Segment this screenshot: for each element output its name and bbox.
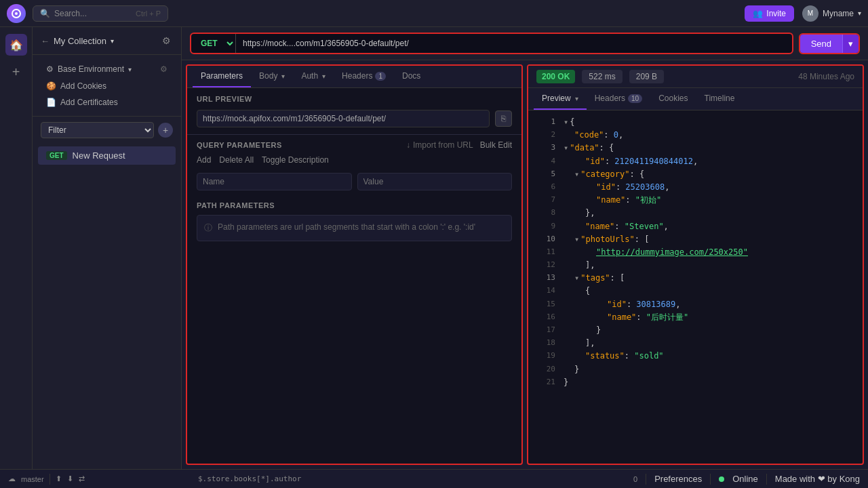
bottom-bar: ☁ master ⬆ ⬇ ⇄ 0 Preferences Online Made…: [0, 469, 868, 488]
preview-arrow-icon: ▾: [575, 95, 578, 102]
topbar-right: 👥 Invite M Myname ▾: [745, 5, 861, 22]
url-preview-row: https://mock.apifox.com/m1/3656905-0-def…: [187, 107, 521, 135]
json-line-8: 8 },: [528, 207, 863, 220]
filter-add-button[interactable]: +: [158, 123, 173, 138]
add-cookies-item[interactable]: 🍪 Add Cookies: [41, 78, 173, 94]
add-certificates-label: Add Certificates: [60, 98, 118, 107]
toggle-icon[interactable]: ▾: [564, 142, 568, 155]
env-icon: ⚙: [46, 64, 54, 74]
filter-bar: Filter +: [33, 116, 181, 144]
delete-all-link[interactable]: Delete All: [219, 155, 254, 165]
sidebar-actions: ⚙: [159, 34, 173, 47]
sidebar-header: ← My Collection ▾ ⚙: [33, 27, 181, 55]
back-icon[interactable]: ←: [41, 36, 50, 46]
upload-icon[interactable]: ⬆: [56, 474, 62, 483]
json-line-18: 18 ],: [528, 337, 863, 350]
send-button[interactable]: Send: [800, 35, 842, 53]
tab-response-headers[interactable]: Headers 10: [587, 88, 650, 110]
base-environment-item[interactable]: ⚙ Base Environment ▾ ⚙: [41, 60, 173, 78]
json-line-10: 10 ▾"photoUrls": [: [528, 233, 863, 246]
add-icon[interactable]: +: [5, 61, 27, 83]
path-params-description: Path parameters are url path segments th…: [218, 222, 475, 232]
settings-icon[interactable]: ⚙: [159, 34, 173, 47]
json-line-21: 21 }: [528, 376, 863, 389]
env-settings-icon[interactable]: ⚙: [160, 64, 167, 74]
username: Myname: [823, 9, 854, 18]
count-badge: 0: [633, 475, 637, 483]
toggle-icon[interactable]: ▾: [574, 235, 579, 244]
cookie-icon: 🍪: [46, 81, 56, 91]
response-tabs-bar: Preview ▾ Headers 10 Cookies Timeline: [528, 88, 863, 110]
topbar: 🔍 Search... Ctrl + P 👥 Invite M Myname ▾: [0, 0, 868, 27]
query-params-header: QUERY PARAMETERS ↓ Import from URL Bulk …: [187, 135, 521, 155]
response-headers-count: 10: [628, 94, 642, 103]
home-icon[interactable]: 🏠: [5, 34, 27, 56]
send-dropdown-button[interactable]: ▾: [842, 35, 859, 53]
search-bar[interactable]: 🔍 Search... Ctrl + P: [33, 5, 168, 22]
bulk-edit-link[interactable]: Bulk Edit: [480, 140, 512, 150]
invite-button[interactable]: 👥 Invite: [745, 5, 794, 22]
param-inputs-row: [187, 170, 521, 193]
url-input[interactable]: [236, 35, 792, 52]
toggle-description-link[interactable]: Toggle Description: [262, 155, 329, 165]
send-btn-container: Send ▾: [799, 33, 860, 54]
response-status-bar: 200 OK 522 ms 209 B 48 Minutes Ago: [528, 66, 863, 88]
content-area: GET Send ▾ Parameters Body ▾: [182, 27, 868, 469]
json-line-9: 9 "name": "Steven",: [528, 220, 863, 233]
request-name: New Request: [73, 150, 125, 161]
copy-url-button[interactable]: ⎘: [495, 110, 512, 127]
search-shortcut: Ctrl + P: [136, 9, 161, 18]
invite-icon: 👥: [753, 9, 763, 18]
add-cookies-label: Add Cookies: [60, 81, 106, 91]
query-params-label: QUERY PARAMETERS: [197, 141, 282, 149]
time-ago-label: 48 Minutes Ago: [798, 72, 854, 81]
list-item[interactable]: GET New Request: [38, 146, 176, 165]
json-line-3: 3 ▾ "data": {: [528, 142, 863, 155]
json-line-2: 2 "code": 0,: [528, 129, 863, 142]
response-size-badge: 209 B: [629, 70, 664, 83]
request-tabs-bar: Parameters Body ▾ Auth ▾: [187, 66, 521, 88]
add-param-link[interactable]: Add: [197, 155, 211, 165]
tab-auth[interactable]: Auth ▾: [293, 66, 334, 87]
add-certificates-item[interactable]: 📄 Add Certificates: [41, 94, 173, 110]
tab-body[interactable]: Body ▾: [251, 66, 293, 87]
headers-count-badge: 1: [375, 72, 386, 81]
method-select[interactable]: GET: [191, 34, 236, 53]
param-value-input[interactable]: [357, 173, 513, 190]
json-line-1: 1 ▾ {: [528, 116, 863, 129]
jsonpath-input[interactable]: [198, 474, 628, 483]
svg-point-1: [15, 12, 18, 15]
tab-timeline[interactable]: Timeline: [696, 88, 743, 110]
toggle-icon[interactable]: ▾: [564, 116, 568, 129]
search-placeholder: Search...: [54, 9, 87, 18]
bottom-end: 0 Preferences Online Made with ❤ by Kong: [633, 474, 860, 485]
json-line-20: 20 }: [528, 363, 863, 376]
user-menu[interactable]: M Myname ▾: [802, 5, 861, 22]
sync-icon[interactable]: ⇄: [79, 474, 85, 483]
tab-preview[interactable]: Preview ▾: [534, 88, 587, 110]
param-name-input[interactable]: [197, 173, 352, 190]
app-logo[interactable]: [7, 4, 26, 23]
filter-select[interactable]: Filter: [41, 122, 154, 138]
tab-parameters[interactable]: Parameters: [193, 66, 251, 87]
import-from-url-link[interactable]: ↓ Import from URL: [406, 140, 473, 150]
avatar: M: [802, 5, 818, 22]
sidebar-collection-title[interactable]: ← My Collection ▾: [41, 36, 114, 46]
json-line-6: 6 "id": 25203608,: [528, 181, 863, 194]
branch-icon: ☁: [8, 474, 16, 483]
toggle-icon[interactable]: ▾: [574, 169, 579, 179]
preferences-label[interactable]: Preferences: [654, 474, 702, 484]
auth-arrow-icon: ▾: [322, 73, 326, 80]
toggle-icon[interactable]: ▾: [574, 273, 579, 283]
panels: Parameters Body ▾ Auth ▾: [182, 60, 868, 469]
url-input-container: GET: [190, 33, 793, 54]
tab-cookies[interactable]: Cookies: [650, 88, 696, 110]
download-icon[interactable]: ⬇: [67, 474, 73, 483]
bottom-left-section: ☁ master ⬆ ⬇ ⇄: [8, 474, 190, 485]
tab-docs[interactable]: Docs: [394, 66, 429, 87]
bottom-right-section: 0 Preferences Online Made with ❤ by Kong: [190, 474, 860, 485]
info-icon: ⓘ: [204, 222, 212, 234]
tab-headers[interactable]: Headers 1: [334, 66, 394, 87]
path-params-section: PATH PARAMETERS ⓘ Path parameters are ur…: [187, 193, 521, 249]
param-actions: Add Delete All Toggle Description: [187, 155, 521, 170]
